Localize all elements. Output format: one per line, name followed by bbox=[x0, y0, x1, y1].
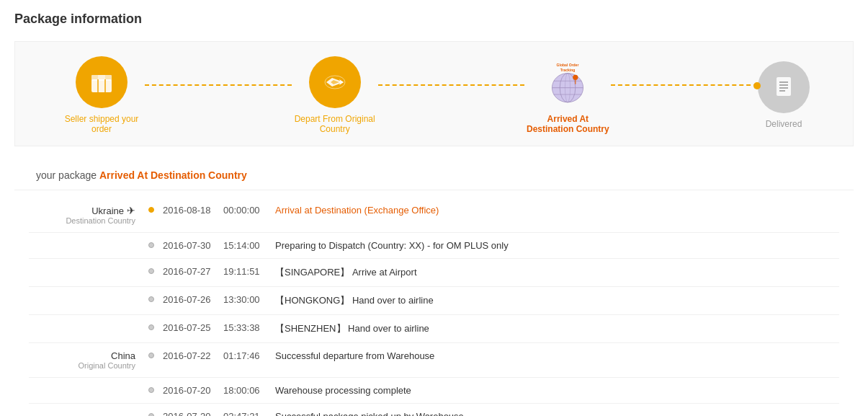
page-wrapper: Package information Seller shipped y bbox=[0, 0, 868, 416]
country-flag-row-0: Ukraine ✈ bbox=[29, 205, 135, 216]
step-delivered-label: Delivered bbox=[766, 119, 802, 129]
date-1: 2016-07-30 bbox=[158, 240, 223, 251]
progress-active-dot bbox=[753, 82, 761, 89]
svg-point-13 bbox=[573, 74, 578, 79]
step-shipped-icon bbox=[76, 56, 127, 108]
table-row: 2016-07-20 02:47:21 Successful package p… bbox=[29, 404, 839, 416]
tracking-table: Ukraine ✈ Destination Country 2016-08-18… bbox=[14, 198, 854, 416]
step-depart-label: Depart From Original Country bbox=[292, 114, 378, 134]
table-row: Ukraine ✈ Destination Country 2016-08-18… bbox=[29, 198, 839, 233]
step-shipped-label: Seller shipped your order bbox=[58, 114, 145, 134]
dot-col-0 bbox=[144, 205, 158, 213]
event-5: Successful departure from Warehouse bbox=[275, 350, 839, 361]
event-0: Arrival at Destination (Exchange Office) bbox=[275, 205, 839, 216]
time-5: 01:17:46 bbox=[223, 350, 275, 361]
dot-3 bbox=[148, 296, 154, 302]
time-0: 00:00:00 bbox=[223, 205, 275, 216]
table-row: China Original Country 2016-07-22 01:17:… bbox=[29, 343, 839, 378]
svg-rect-2 bbox=[98, 75, 105, 81]
country-name-5: China bbox=[29, 350, 135, 361]
time-6: 18:00:06 bbox=[223, 385, 275, 396]
dot-1 bbox=[148, 242, 154, 248]
status-highlight: Arrived At Destination Country bbox=[99, 169, 247, 181]
dot-5 bbox=[148, 353, 154, 358]
svg-rect-17 bbox=[777, 77, 791, 96]
dot-col-1 bbox=[144, 240, 158, 248]
svg-text:Global Order: Global Order bbox=[557, 63, 579, 67]
svg-text:Tracking: Tracking bbox=[560, 67, 576, 71]
date-7: 2016-07-20 bbox=[158, 411, 223, 416]
dot-col-3 bbox=[144, 294, 158, 302]
country-col-5: China Original Country bbox=[29, 350, 144, 370]
page-title: Package information bbox=[14, 12, 854, 27]
event-1: Preparing to Dispatch (Country: XX) - fo… bbox=[275, 240, 839, 251]
event-6: Warehouse processing complete bbox=[275, 385, 839, 396]
dot-2 bbox=[148, 268, 154, 274]
plane-icon-0: ✈ bbox=[127, 205, 135, 216]
step-delivered-icon bbox=[758, 61, 810, 113]
svg-rect-0 bbox=[91, 79, 112, 92]
step-depart: Depart From Original Country bbox=[292, 56, 378, 134]
country-col-0: Ukraine ✈ Destination Country bbox=[29, 205, 144, 225]
connector-1 bbox=[145, 84, 292, 86]
table-row: 2016-07-30 15:14:00 Preparing to Dispatc… bbox=[29, 233, 839, 259]
step-arrived-icon: Global Order Tracking bbox=[542, 56, 594, 108]
time-4: 15:33:38 bbox=[223, 322, 275, 333]
date-0: 2016-08-18 bbox=[158, 205, 223, 216]
event-3: 【HONGKONG】 Hand over to airline bbox=[275, 294, 839, 307]
progress-steps: Seller shipped your order Depart From Or… bbox=[15, 56, 853, 134]
country-role-0: Destination Country bbox=[29, 216, 135, 225]
dot-col-7 bbox=[144, 411, 158, 416]
step-shipped: Seller shipped your order bbox=[58, 56, 145, 134]
time-1: 15:14:00 bbox=[223, 240, 275, 251]
connector-3 bbox=[611, 84, 758, 86]
dot-7 bbox=[148, 413, 154, 416]
step-arrived: Global Order Tracking Arrived At Destina… bbox=[524, 56, 611, 134]
country-role-5: Original Country bbox=[29, 361, 135, 370]
event-4: 【SHENZHEN】 Hand over to airline bbox=[275, 322, 839, 335]
time-2: 19:11:51 bbox=[223, 266, 275, 277]
status-message: your package Arrived At Destination Coun… bbox=[14, 161, 854, 190]
dot-6 bbox=[148, 387, 154, 393]
time-3: 13:30:00 bbox=[223, 294, 275, 305]
dot-4 bbox=[148, 324, 154, 330]
dot-col-6 bbox=[144, 385, 158, 393]
table-row: 2016-07-26 13:30:00 【HONGKONG】 Hand over… bbox=[29, 287, 839, 315]
dot-0 bbox=[148, 207, 154, 213]
dot-col-2 bbox=[144, 266, 158, 274]
dot-col-4 bbox=[144, 322, 158, 330]
date-2: 2016-07-27 bbox=[158, 266, 223, 277]
step-arrived-label: Arrived At Destination Country bbox=[524, 114, 611, 134]
date-6: 2016-07-20 bbox=[158, 385, 223, 396]
progress-section: Seller shipped your order Depart From Or… bbox=[14, 41, 854, 146]
date-3: 2016-07-26 bbox=[158, 294, 223, 305]
event-2: 【SINGAPORE】 Arrive at Airport bbox=[275, 266, 839, 279]
table-row: 2016-07-20 18:00:06 Warehouse processing… bbox=[29, 378, 839, 404]
step-delivered: Delivered bbox=[758, 61, 810, 129]
step-depart-icon bbox=[309, 56, 361, 108]
status-prefix: your package bbox=[36, 169, 97, 181]
event-7: Successful package picked up by Warehous… bbox=[275, 411, 839, 416]
dot-col-5 bbox=[144, 350, 158, 358]
country-name-0: Ukraine bbox=[91, 205, 124, 216]
date-4: 2016-07-25 bbox=[158, 322, 223, 333]
table-row: 2016-07-27 19:11:51 【SINGAPORE】 Arrive a… bbox=[29, 259, 839, 287]
date-5: 2016-07-22 bbox=[158, 350, 223, 361]
connector-2 bbox=[378, 84, 525, 86]
time-7: 02:47:21 bbox=[223, 411, 275, 416]
table-row: 2016-07-25 15:33:38 【SHENZHEN】 Hand over… bbox=[29, 315, 839, 343]
